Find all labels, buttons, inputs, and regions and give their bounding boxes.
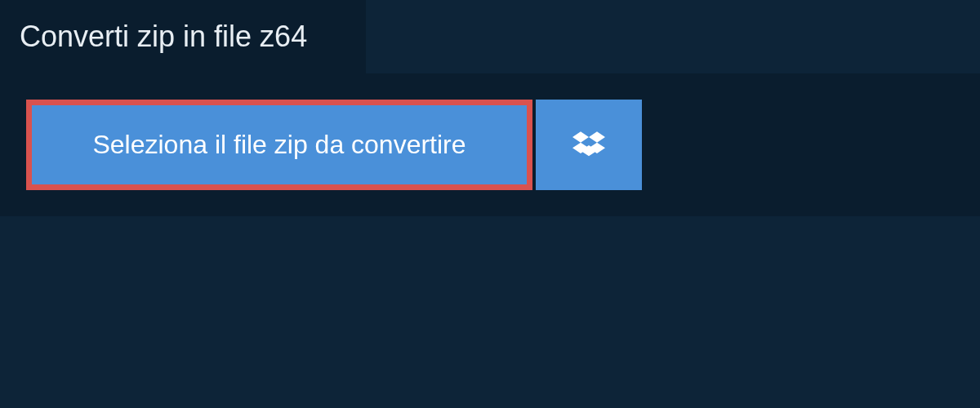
button-row: Seleziona il file zip da convertire: [26, 100, 954, 190]
tab-header: Converti zip in file z64: [0, 0, 366, 73]
dropbox-icon: [572, 129, 605, 162]
select-file-button[interactable]: Seleziona il file zip da convertire: [26, 100, 532, 190]
upload-area: Seleziona il file zip da convertire: [0, 73, 980, 216]
page-title: Converti zip in file z64: [20, 20, 333, 54]
dropbox-button[interactable]: [536, 100, 642, 190]
select-file-label: Seleziona il file zip da convertire: [92, 130, 466, 160]
